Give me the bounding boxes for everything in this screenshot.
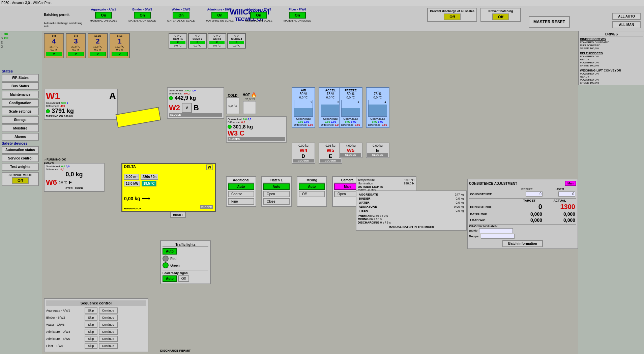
sidebar-service-control[interactable]: Service control [2,154,39,162]
f-indicator-3[interactable]: F [209,41,225,44]
temp-value: 19,0 °C [404,178,414,182]
load-ready-auto-btn[interactable]: Auto [163,275,177,282]
sidebar-maintenance[interactable]: Maintenance [2,91,39,98]
left-sidebar: States WP-States Bus Status Maintenance … [0,31,40,187]
permit-btn-5[interactable]: On [289,12,306,19]
seq-row-2: Water - C/W3 Skip Continue [46,322,146,328]
sidebar-alarms[interactable]: Alarms [2,133,39,141]
seq-skip-0[interactable]: Skip [85,307,97,314]
run-forward: RUN FORWARD [580,44,643,47]
load-ready-label: Load ready signal [163,271,208,275]
weighing-lift-label: WEIGHING LIFT CONVEYOR [580,69,643,72]
seq-skip-1[interactable]: Skip [85,315,97,321]
v-valve-1[interactable]: V [46,52,62,56]
permit-btn-4[interactable]: On [250,12,267,19]
traffic-auto-btn[interactable]: Auto [163,248,177,255]
w4-box: 0,00 kg W4 D CLOSED [292,143,315,164]
cement-bin-1: V V V CEM I 1 F 0,0 °C [169,33,187,49]
sidebar-bus-status[interactable]: Bus Status [2,82,39,90]
f-indicator-4[interactable]: F [229,41,244,44]
mixing-auto-btn[interactable]: Auto [299,183,325,190]
seq-skip-2[interactable]: Skip [85,322,97,328]
hopper-16-28: 16-28 2 19,5 °C 0,0 % V [88,33,108,58]
hatch-auto-btn[interactable]: Auto [263,183,290,190]
w-valve[interactable]: W [206,165,213,170]
load-ready-off-btn[interactable]: Off [178,275,189,282]
seq-skip-4[interactable]: Skip [85,336,97,342]
sidebar-scale-settings[interactable]: Scale settings [2,108,39,115]
sequence-control-panel: Sequence control Aggregate - A/W1 Skip C… [44,298,148,352]
seq-continue-3[interactable]: Continue [99,329,118,335]
premixing-label: PREMIXING [358,214,375,217]
batch-field-input[interactable] [479,228,513,233]
reset-button[interactable]: RESET [170,212,186,218]
all-auto-button[interactable]: ALL AUTO [612,13,641,20]
fiber-value: 0,0 kg [427,209,465,213]
seq-continue-2[interactable]: Continue [99,322,118,328]
w3-scale-box: Goal/Actual: 0,0 0,0 Difference: 0,0 301… [226,116,287,143]
w1-a-label: A [109,91,116,101]
hot-label: HOT 🔥 [243,92,257,97]
steel-fiber-label: STEEL FIBER [46,187,103,190]
cold-label: COLD [226,94,239,97]
service-mode-label: SERVICE MODE [3,173,37,177]
service-mode-box: SERVICE MODE Off [2,172,39,186]
all-man-button[interactable]: ALL MAN [612,21,641,28]
sidebar-test-weights[interactable]: Test weights [2,163,39,171]
batch-col-5: Fiber - F/W6 On MATERIAL ON SCALE [282,8,313,22]
sidebar-automation-status[interactable]: Automation status [2,146,39,154]
f-indicator-2[interactable]: F [190,41,205,44]
w3-weight: 301,8 kg [233,124,253,129]
additional-coarse-btn[interactable]: Coarse [228,191,254,197]
seq-skip-3[interactable]: Skip [85,329,97,335]
mixing-panel: Mixing Auto Off [297,176,327,207]
w2-closed: CLOSED [169,113,222,117]
consistence-man-btn[interactable]: Man [565,181,576,186]
sidebar-configuration[interactable]: Configuration [2,99,39,107]
v-valve-2[interactable]: V [68,52,84,56]
recipe-field-input[interactable] [481,234,515,239]
seq-continue-4[interactable]: Continue [99,336,118,342]
sidebar-wp-states[interactable]: WP-States [2,74,39,82]
agg-totals-panel: AGGREGATE 247 kg BINDER 0,0 kg WATER 0,0… [356,190,467,231]
recipe-consistence-input[interactable] [526,191,543,197]
seq-continue-5[interactable]: Continue [99,343,118,349]
batch-info-button[interactable]: Batch information [502,240,543,247]
seq-continue-0[interactable]: Continue [99,307,118,314]
seq-skip-5[interactable]: Skip [85,343,97,349]
powered-on-ready: POWERED ON READY [580,41,643,44]
freeze-scale-area: 4,00 kg W5 CLOSED 0,00 kg E CLOSED [339,143,389,158]
hatch-open-btn[interactable]: Open [263,191,290,197]
v-valve-4[interactable]: V [112,52,128,56]
mixer-volume: 0,00 m³ [124,174,139,180]
illum-value: 998,0 lx [404,182,414,185]
batch-col-1: Binder - B/W2 On MATERIAL ON SCALE [127,8,157,22]
additional-fine-btn[interactable]: Fine [228,198,254,205]
f-indicator-1[interactable]: F [170,41,185,44]
illum-label: Illumination [358,182,373,185]
permit-btn-2[interactable]: On [173,12,189,19]
w2-label: W2 [169,104,180,112]
recipe-field-label: Recipe: [469,235,479,238]
permit-btn-0[interactable]: On [95,12,112,19]
consistence-title: CONSISTENCE ADJUSTMENT [469,182,517,185]
mixer-weight: 0,00 kg [124,196,140,201]
states-section-label: States [2,69,39,73]
v-valve-3[interactable]: V [90,52,106,56]
additional-auto-btn[interactable]: Auto [228,183,254,190]
load-wc-actual: 0,000 [543,217,576,223]
seq-continue-1[interactable]: Continue [99,315,118,321]
sidebar-moisture[interactable]: Moisture [2,124,39,132]
sidebar-storage[interactable]: Storage [2,116,39,124]
w2-v-btn[interactable]: V [182,103,192,113]
permit-btn-1[interactable]: On [134,12,151,19]
user-consistence-input[interactable] [558,191,575,197]
permit-btn-3[interactable]: On [211,12,228,19]
service-mode-btn[interactable]: Off [12,177,29,184]
traffic-title: Traffic lights [163,243,208,247]
hot-visual [243,101,256,114]
delta-label: DELTA [124,165,136,169]
hatch-close-btn[interactable]: Close [263,198,290,205]
mixing-off-btn[interactable]: Off [299,191,325,197]
master-reset-button[interactable]: MASTER RESET [529,16,570,28]
